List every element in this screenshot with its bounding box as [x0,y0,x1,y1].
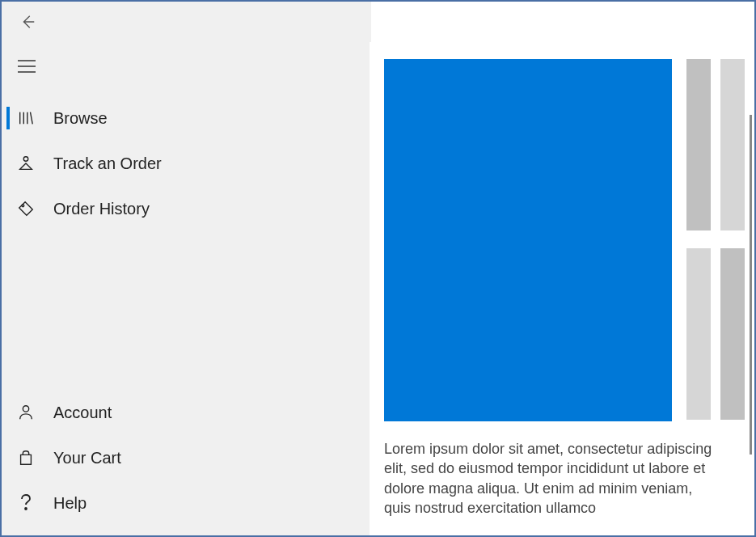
library-icon [16,108,36,128]
page-title: This is Header Text [384,42,745,44]
svg-line-6 [31,112,33,125]
nav-label: Order History [53,200,150,218]
scrollbar[interactable] [750,115,752,455]
nav-item-order-history[interactable]: Order History [2,186,370,231]
secondary-tile[interactable] [720,59,745,230]
navigation-pane: Browse Track an Order [2,42,370,535]
svg-point-8 [22,205,24,207]
svg-point-9 [23,406,28,412]
nav-item-help[interactable]: Help [2,480,370,526]
nav-label: Track an Order [53,154,162,173]
nav-label: Help [53,494,87,513]
package-icon [16,154,36,173]
nav-item-cart[interactable]: Your Cart [2,435,370,480]
secondary-tile[interactable] [686,59,711,230]
nav-label: Your Cart [53,449,121,467]
nav-item-browse[interactable]: Browse [2,95,370,141]
question-icon [16,493,36,513]
content-pane: This is Header Text Lorem ipsum dolor si… [370,42,754,535]
tag-icon [16,199,36,218]
body-paragraph: Lorem ipsum dolor sit amet, consectetur … [384,439,745,518]
nav-item-track-order[interactable]: Track an Order [2,141,370,186]
secondary-tile[interactable] [720,248,745,420]
featured-tile[interactable] [384,59,672,421]
nav-label: Browse [53,109,108,128]
person-icon [16,403,36,422]
back-button[interactable] [18,12,37,32]
svg-point-10 [25,508,27,510]
svg-point-7 [23,157,28,162]
secondary-tile[interactable] [686,248,711,420]
nav-label: Account [53,404,112,422]
shopping-bag-icon [16,448,36,467]
hamburger-button[interactable] [2,50,370,95]
nav-item-account[interactable]: Account [2,390,370,435]
